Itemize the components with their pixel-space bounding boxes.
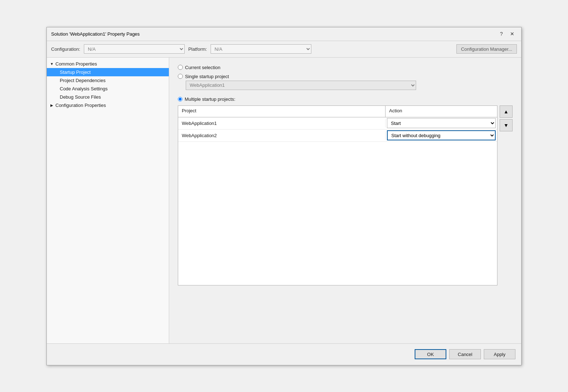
table-header: Project Action — [178, 106, 497, 117]
sidebar-item-label: Code Analysis Settings — [60, 86, 108, 91]
sidebar-group-common[interactable]: ▼ Common Properties — [47, 60, 169, 68]
title-bar: Solution 'WebApplication1' Property Page… — [47, 27, 521, 41]
single-startup-radio[interactable] — [178, 74, 183, 79]
ok-button[interactable]: OK — [415, 349, 446, 359]
current-selection-label[interactable]: Current selection — [185, 65, 220, 70]
multiple-startup-label[interactable]: Multiple startup projects: — [185, 96, 235, 102]
multiple-startup-section: Multiple startup projects: Project Actio… — [178, 96, 513, 285]
startup-radio-group: Current selection Single startup project… — [178, 65, 513, 285]
sidebar-item-label: Startup Project — [60, 69, 91, 75]
cancel-button[interactable]: Cancel — [449, 349, 481, 359]
dialog-title: Solution 'WebApplication1' Property Page… — [51, 31, 140, 37]
config-label: Configuration: — [51, 46, 80, 52]
header-project: Project — [178, 106, 386, 117]
project-name-cell: WebApplication2 — [178, 131, 386, 140]
current-selection-radio[interactable] — [178, 65, 183, 70]
help-button[interactable]: ? — [497, 30, 506, 38]
move-up-button[interactable]: ▲ — [500, 105, 513, 118]
close-button[interactable]: ✕ — [508, 30, 517, 38]
apply-button[interactable]: Apply — [484, 349, 515, 359]
title-bar-buttons: ? ✕ — [497, 30, 517, 38]
content-panel: Current selection Single startup project… — [169, 58, 521, 343]
projects-table-wrapper: Project Action WebApplication1 None Star… — [178, 105, 513, 285]
configuration-select[interactable]: N/A — [84, 44, 185, 54]
multiple-startup-radio[interactable] — [178, 97, 182, 102]
action-cell: None Start Start without debugging — [386, 130, 497, 141]
sidebar-item-debug-source-files[interactable]: Debug Source Files — [47, 93, 169, 101]
sidebar: ▼ Common Properties Startup Project Proj… — [47, 58, 169, 343]
sidebar-item-label: Debug Source Files — [60, 94, 101, 100]
platform-select[interactable]: N/A — [211, 44, 311, 54]
table-reorder-buttons: ▲ ▼ — [500, 105, 513, 285]
action-select-row2[interactable]: None Start Start without debugging — [387, 130, 496, 140]
projects-table: Project Action WebApplication1 None Star… — [178, 105, 497, 285]
single-startup-select[interactable]: WebApplication1 — [186, 81, 416, 90]
config-bar: Configuration: N/A Platform: N/A Configu… — [47, 41, 521, 58]
multiple-startup-row: Multiple startup projects: — [178, 96, 513, 102]
project-name-cell: WebApplication1 — [178, 119, 386, 127]
single-startup-section: Single startup project WebApplication1 — [178, 74, 513, 90]
config-manager-button[interactable]: Configuration Manager... — [456, 44, 517, 54]
sidebar-item-startup-project[interactable]: Startup Project — [47, 68, 169, 76]
table-row: WebApplication1 None Start Start without… — [178, 117, 497, 130]
sidebar-item-project-dependencies[interactable]: Project Dependencies — [47, 76, 169, 85]
main-content: ▼ Common Properties Startup Project Proj… — [47, 58, 521, 343]
sidebar-group-config[interactable]: ▶ Configuration Properties — [47, 101, 169, 109]
common-triangle-icon: ▼ — [50, 62, 54, 66]
sidebar-item-label: Project Dependencies — [60, 78, 105, 83]
property-pages-dialog: Solution 'WebApplication1' Property Page… — [46, 27, 522, 365]
table-row: WebApplication2 None Start Start without… — [178, 130, 497, 142]
sidebar-config-properties-label: Configuration Properties — [55, 103, 106, 108]
dialog-footer: OK Cancel Apply — [47, 343, 521, 365]
action-cell: None Start Start without debugging — [386, 117, 497, 129]
sidebar-item-code-analysis-settings[interactable]: Code Analysis Settings — [47, 85, 169, 93]
current-selection-row: Current selection — [178, 65, 513, 70]
single-startup-label[interactable]: Single startup project — [185, 74, 229, 79]
action-select-row1[interactable]: None Start Start without debugging — [387, 118, 496, 128]
move-down-button[interactable]: ▼ — [500, 119, 513, 131]
platform-label: Platform: — [188, 46, 207, 52]
sidebar-common-properties-label: Common Properties — [55, 61, 97, 67]
header-action: Action — [386, 106, 497, 117]
single-startup-row: Single startup project — [178, 74, 513, 79]
config-triangle-icon: ▶ — [50, 103, 54, 107]
